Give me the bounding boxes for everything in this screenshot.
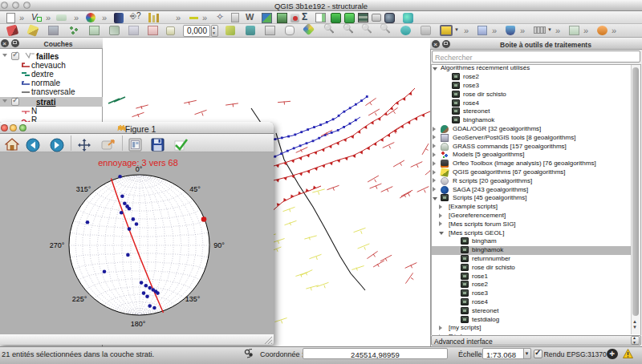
svg-text:225°: 225° (72, 295, 87, 303)
svg-text:90°: 90° (213, 241, 225, 249)
svg-text:135°: 135° (185, 295, 201, 303)
svg-text:0°: 0° (136, 165, 143, 173)
svg-text:45°: 45° (189, 185, 201, 193)
svg-text:180°: 180° (131, 320, 146, 328)
svg-text:315°: 315° (76, 185, 91, 193)
svg-text:270°: 270° (50, 241, 65, 249)
